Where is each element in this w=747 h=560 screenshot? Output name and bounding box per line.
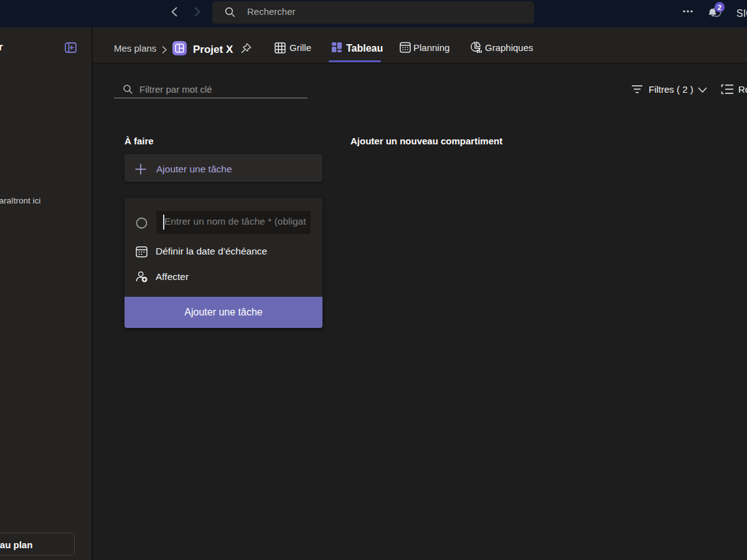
svg-text:2: 2 <box>718 4 721 11</box>
